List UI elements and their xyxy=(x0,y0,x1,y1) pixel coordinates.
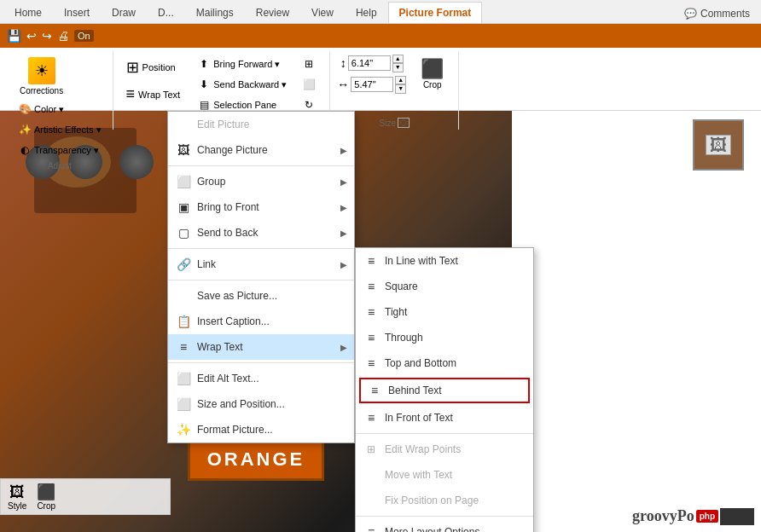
save-as-picture-icon xyxy=(175,287,192,304)
qat-save[interactable]: 💾 xyxy=(7,29,21,43)
separator1 xyxy=(168,165,354,166)
tab-review[interactable]: Review xyxy=(245,3,300,23)
format-picture-icon: ✨ xyxy=(175,421,192,438)
ribbon-content: ☀ Corrections 🎨 Color ▾ ✨ Artistic Effec… xyxy=(0,48,761,133)
move-with-text-label: Move with Text xyxy=(385,469,452,481)
quick-access-toolbar: 💾 ↩ ↪ 🖨 On xyxy=(0,24,761,48)
style-label: Style xyxy=(8,501,26,511)
move-with-text-icon xyxy=(363,466,380,483)
size-position-label: Size and Position... xyxy=(197,398,285,410)
style-button[interactable]: 🖼 Style xyxy=(8,483,26,511)
insert-caption-icon: 📋 xyxy=(175,313,192,330)
edit-wrap-icon: ⊞ xyxy=(363,441,380,458)
crop-bar-button[interactable]: ⬛ Crop xyxy=(37,483,55,511)
style-icon: 🖼 xyxy=(9,483,25,501)
transparency-button[interactable]: ◐ Transparency ▾ xyxy=(14,141,103,159)
menu-item-bring-to-front[interactable]: ▣ Bring to Front ▶ xyxy=(168,194,354,220)
menu-item-insert-caption[interactable]: 📋 Insert Caption... xyxy=(168,309,354,334)
qat-redo[interactable]: ↪ xyxy=(42,29,52,43)
send-backward-button[interactable]: ⬇ Send Backward ▾ xyxy=(193,75,291,94)
tab-home[interactable]: Home xyxy=(3,3,53,23)
submenu-top-and-bottom[interactable]: ≡ Top and Bottom xyxy=(356,350,533,376)
change-picture-arrow: ▶ xyxy=(340,146,347,155)
tab-comments[interactable]: 💬 Comments xyxy=(673,3,761,23)
behind-text-label: Behind Text xyxy=(388,385,442,396)
bring-forward-icon: ⬆ xyxy=(197,57,211,71)
menu-item-group[interactable]: ⬜ Group ▶ xyxy=(168,169,354,194)
menu-item-wrap-text[interactable]: ≡ Wrap Text ▶ xyxy=(168,334,354,360)
submenu-in-front-of-text[interactable]: ≡ In Front of Text xyxy=(356,405,533,431)
height-up-arrow[interactable]: ▲ xyxy=(392,55,404,63)
arrange-right-col: ⬆ Bring Forward ▾ ⬇ Send Backward ▾ ▤ Se… xyxy=(193,55,291,114)
size-inputs-container: ↕ ▲ ▼ ↔ ▲ ▼ xyxy=(337,55,406,94)
edit-wrap-label: Edit Wrap Points xyxy=(385,443,461,455)
send-to-back-label: Send to Back xyxy=(197,227,258,239)
corrections-button[interactable]: ☀ Corrections xyxy=(14,55,69,98)
position-button[interactable]: ⊞ Position xyxy=(120,55,187,80)
width-up-arrow[interactable]: ▲ xyxy=(395,76,406,84)
bring-forward-button[interactable]: ⬆ Bring Forward ▾ xyxy=(193,55,291,73)
crop-bar-icon: ⬛ xyxy=(37,483,55,501)
size-expand-icon[interactable]: ⬡ xyxy=(398,118,410,128)
group-button[interactable]: ⬜ xyxy=(298,75,322,94)
submenu-through[interactable]: ≡ Through xyxy=(356,325,533,350)
crop-label: Crop xyxy=(423,80,442,90)
width-input[interactable] xyxy=(351,77,393,92)
qat-undo[interactable]: ↩ xyxy=(26,29,37,43)
align-button[interactable]: ⊞ xyxy=(298,55,322,73)
tab-picture-format[interactable]: Picture Format xyxy=(388,2,483,23)
change-picture-label: Change Picture xyxy=(197,144,268,156)
qat-on-off[interactable]: On xyxy=(74,30,94,42)
submenu-tight[interactable]: ≡ Tight xyxy=(356,299,533,325)
crop-button[interactable]: ⬛ Crop xyxy=(413,55,451,93)
edit-picture-icon xyxy=(175,116,192,133)
artistic-effects-button[interactable]: ✨ Artistic Effects ▾ xyxy=(14,120,106,139)
submenu-behind-text[interactable]: ≡ Behind Text xyxy=(359,378,530,403)
in-line-label: In Line with Text xyxy=(385,255,458,267)
tab-insert[interactable]: Insert xyxy=(53,3,101,23)
send-to-back-icon: ▢ xyxy=(175,224,192,241)
submenu-more-layout-options[interactable]: ≡ More Layout Options... xyxy=(356,519,533,532)
menu-item-edit-alt-text[interactable]: ⬜ Edit Alt Text... xyxy=(168,366,354,391)
ribbon-tabs: Home Insert Draw D... Mailings Review Vi… xyxy=(0,0,761,24)
menu-item-format-picture[interactable]: ✨ Format Picture... xyxy=(168,417,354,442)
menu-item-link[interactable]: 🔗 Link ▶ xyxy=(168,252,354,277)
size-label: Size ⬡ xyxy=(380,116,410,130)
more-layout-icon: ≡ xyxy=(363,523,380,532)
tab-d[interactable]: D... xyxy=(147,3,185,23)
edit-alt-text-icon: ⬜ xyxy=(175,370,192,387)
height-input-row: ↕ ▲ ▼ xyxy=(340,55,404,72)
adjust-label: Adjust xyxy=(48,159,72,172)
menu-item-size-and-position[interactable]: ⬜ Size and Position... xyxy=(168,391,354,417)
tab-view[interactable]: View xyxy=(300,3,345,23)
menu-item-send-to-back[interactable]: ▢ Send to Back ▶ xyxy=(168,220,354,246)
submenu-in-line-with-text[interactable]: ≡ In Line with Text xyxy=(356,248,533,274)
width-down-arrow[interactable]: ▼ xyxy=(395,84,406,93)
bring-to-front-icon: ▣ xyxy=(175,199,192,216)
corrections-label: Corrections xyxy=(20,86,63,95)
qat-print[interactable]: 🖨 xyxy=(57,29,69,43)
tab-mailings[interactable]: Mailings xyxy=(185,3,245,23)
watermark: groovyPo php xyxy=(632,507,754,525)
color-button[interactable]: 🎨 Color ▾ xyxy=(14,100,68,119)
tab-help[interactable]: Help xyxy=(345,3,388,23)
tab-draw[interactable]: Draw xyxy=(101,3,147,23)
wrap-text-menu-label: Wrap Text xyxy=(197,341,243,353)
submenu-square[interactable]: ≡ Square xyxy=(356,274,533,299)
menu-item-save-as-picture[interactable]: Save as Picture... xyxy=(168,283,354,309)
height-input[interactable] xyxy=(348,55,391,71)
square-label: Square xyxy=(385,280,418,292)
menu-item-change-picture[interactable]: 🖼 Change Picture ▶ xyxy=(168,137,354,163)
selection-pane-icon: ▤ xyxy=(197,98,211,112)
top-bottom-icon: ≡ xyxy=(363,355,380,372)
wrap-text-ribbon-button[interactable]: ≡ Wrap Text xyxy=(120,82,187,107)
edit-alt-text-label: Edit Alt Text... xyxy=(197,373,259,385)
watermark-text: groovyPo xyxy=(632,507,694,525)
context-menu: Edit Picture 🖼 Change Picture ▶ ⬜ Group … xyxy=(167,111,355,443)
height-down-arrow[interactable]: ▼ xyxy=(392,63,404,72)
artistic-effects-icon: ✨ xyxy=(18,123,32,136)
menu-item-edit-picture: Edit Picture xyxy=(168,112,354,137)
top-bottom-label: Top and Bottom xyxy=(385,357,456,369)
in-front-label: In Front of Text xyxy=(385,412,453,424)
orange-logo: ORANGE xyxy=(188,438,324,481)
